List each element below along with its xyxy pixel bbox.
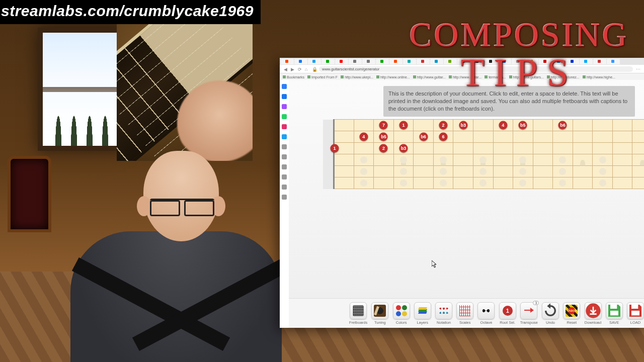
bookmark-item[interactable]: termalgia... [485, 75, 506, 79]
fret-cell[interactable] [632, 166, 644, 177]
fret-cell[interactable] [513, 177, 533, 189]
browser-tab[interactable] [580, 59, 593, 64]
fret-cell[interactable] [433, 143, 453, 154]
fret-cell[interactable] [553, 177, 573, 189]
browser-tab[interactable] [552, 59, 566, 64]
fret-marker[interactable]: 6 [439, 133, 448, 141]
fret-cell[interactable]: 1 [393, 120, 414, 131]
fret-cell[interactable]: 2 [433, 120, 453, 131]
browser-tab[interactable] [444, 59, 457, 64]
fret-cell[interactable] [473, 154, 493, 166]
browser-tab[interactable] [525, 59, 538, 64]
browser-tab[interactable] [417, 59, 430, 64]
circle-icon[interactable] [282, 144, 287, 149]
fret-marker[interactable]: 1 [399, 121, 408, 130]
fret-cell[interactable] [453, 177, 473, 189]
fret-cell[interactable] [334, 177, 354, 189]
fret-cell[interactable] [473, 166, 493, 177]
browser-tab[interactable] [376, 59, 389, 64]
fret-cell[interactable] [533, 166, 553, 177]
fret-cell[interactable] [453, 154, 473, 166]
bulb-icon[interactable] [282, 195, 287, 200]
fret-cell[interactable] [593, 166, 613, 177]
fret-cell[interactable] [393, 177, 414, 189]
fret-cell[interactable] [354, 177, 374, 189]
fret-cell[interactable] [414, 166, 434, 177]
fret-cell[interactable] [533, 143, 553, 154]
fret-marker[interactable]: 4 [359, 133, 368, 141]
fret-cell[interactable] [473, 143, 493, 154]
fret-marker[interactable]: 1 [331, 144, 339, 153]
fret-cell[interactable]: b3 [393, 143, 414, 154]
fret-cell[interactable] [612, 177, 632, 189]
fret-cell[interactable] [593, 177, 613, 189]
fret-cell[interactable] [414, 177, 434, 189]
fret-cell[interactable]: b5 [374, 131, 394, 143]
fret-cell[interactable] [573, 143, 593, 154]
browser-tab[interactable] [485, 59, 498, 64]
bookmark-item[interactable]: Bookmarks [283, 75, 304, 79]
load-icon[interactable] [627, 302, 644, 319]
fret-cell[interactable]: 1 [334, 143, 354, 154]
play-icon[interactable] [282, 154, 287, 159]
browser-tab[interactable] [294, 59, 307, 64]
browser-tab[interactable] [471, 59, 484, 64]
fret-cell[interactable] [612, 166, 632, 177]
clock-icon[interactable] [282, 174, 287, 179]
fret-cell[interactable] [433, 177, 453, 189]
fret-cell[interactable] [513, 154, 533, 166]
fret-cell[interactable]: 4 [354, 131, 374, 143]
fret-cell[interactable] [573, 177, 593, 189]
fret-marker[interactable]: b5 [379, 133, 388, 141]
tool-colors[interactable]: Colors [393, 302, 410, 325]
forward-icon[interactable]: ▶ [291, 67, 295, 71]
octave-icon[interactable] [477, 302, 495, 319]
fret-cell[interactable] [414, 143, 434, 154]
bookmark-item[interactable]: http://mrordonez... [547, 75, 580, 79]
fret-cell[interactable] [632, 177, 644, 189]
document-description[interactable]: This is the description of your document… [383, 86, 635, 117]
tab-strip[interactable] [280, 58, 644, 65]
fret-cell[interactable]: b5 [513, 120, 533, 131]
browser-tab[interactable] [403, 59, 416, 64]
transpose-icon[interactable]: 3 [520, 302, 537, 319]
fret-cell[interactable] [473, 177, 493, 189]
fret-cell[interactable] [632, 131, 644, 143]
browser-tab[interactable] [349, 59, 362, 64]
undo-icon[interactable] [542, 302, 559, 319]
back-icon[interactable]: ◀ [284, 67, 288, 71]
bookmark-item[interactable]: http://www.online... [376, 75, 410, 79]
browser-tab[interactable] [512, 59, 525, 64]
fret-marker[interactable]: 2 [379, 144, 388, 153]
fret-marker[interactable]: b6 [419, 133, 428, 141]
browser-tab[interactable] [498, 59, 511, 64]
fret-cell[interactable] [553, 154, 573, 166]
fret-cell[interactable] [493, 143, 513, 154]
fret-marker[interactable]: b6 [558, 121, 567, 130]
tool-rootsel[interactable]: 1Root Sel. [499, 302, 516, 325]
browser-tab[interactable] [321, 59, 335, 64]
scales-icon[interactable] [456, 302, 473, 319]
fret-cell[interactable] [573, 131, 593, 143]
fret-cell[interactable] [393, 166, 414, 177]
fret-cell[interactable] [573, 166, 593, 177]
facebook-icon[interactable] [282, 94, 287, 99]
tool-octave[interactable]: Octave [477, 302, 495, 325]
home-icon[interactable] [282, 84, 287, 89]
whatsapp-icon[interactable] [282, 114, 287, 119]
fret-cell[interactable] [553, 143, 573, 154]
fret-cell[interactable] [533, 154, 553, 166]
fret-marker[interactable]: b3 [459, 121, 467, 130]
bookmark-item[interactable]: http://www.highe... [583, 75, 615, 79]
tool-reset[interactable]: ABORTReset [563, 302, 580, 325]
instagram-icon[interactable] [282, 124, 287, 129]
gear-icon[interactable] [282, 185, 287, 190]
tool-tuning[interactable]: Tuning [371, 302, 388, 325]
fret-cell[interactable] [334, 166, 354, 177]
fret-cell[interactable] [354, 166, 374, 177]
fret-cell[interactable] [493, 131, 513, 143]
fret-cell[interactable] [453, 166, 473, 177]
browser-tab[interactable] [593, 59, 606, 64]
save-icon[interactable] [606, 302, 623, 319]
fret-cell[interactable] [612, 131, 632, 143]
